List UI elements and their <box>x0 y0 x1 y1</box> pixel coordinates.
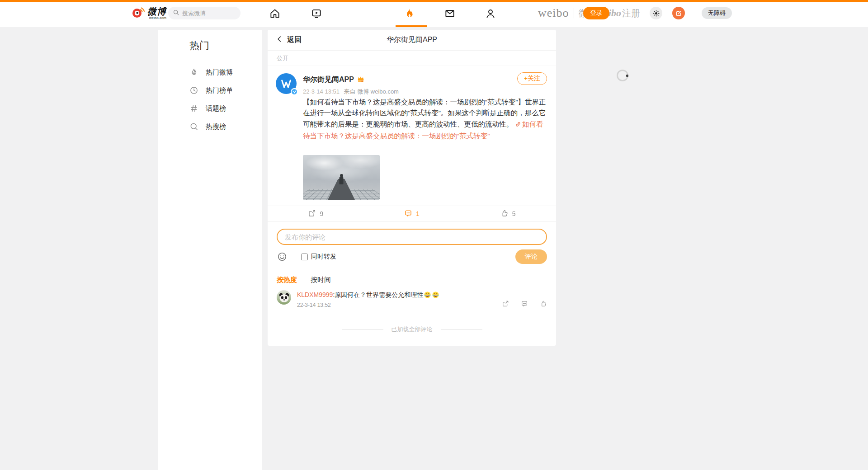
weibo-logotype: weibo <box>538 6 569 20</box>
post-meta: 22-3-14 13:51 来自 微博 weibo.com <box>303 88 399 96</box>
weibo-logo-text: 微博 weibo.com <box>147 7 166 20</box>
repost-icon <box>308 209 316 219</box>
sidebar-item-label: 热搜榜 <box>206 122 226 131</box>
laugh-emoji-icon <box>432 291 439 299</box>
sidebar-item-hot-weibo[interactable]: 热门微博 <box>189 63 262 81</box>
panda-avatar-art <box>277 290 291 305</box>
compose-icon <box>675 10 682 17</box>
sidebar-item-label: 热门榜单 <box>206 86 233 95</box>
sidebar-item-label: 话题榜 <box>206 104 226 113</box>
follow-button[interactable]: +关注 <box>517 72 547 85</box>
repost-also-checkbox[interactable] <box>301 254 308 260</box>
repost-also-option[interactable]: 同时转发 <box>301 253 336 261</box>
theme-toggle-button[interactable] <box>650 7 662 19</box>
login-button[interactable]: 登录 <box>583 7 609 19</box>
tab-sort-by-time[interactable]: 按时间 <box>311 276 331 284</box>
top-navbar: 微博 weibo.com weibo 微博 <box>0 0 868 27</box>
post-text: 【如何看待当下市场？这是高盛交易员的解读：一场剧烈的“范式转变”】世界正在进行一… <box>303 97 548 142</box>
commenter-username[interactable]: KLDXM9999 <box>297 290 333 299</box>
nav-hot-icon[interactable] <box>403 7 415 20</box>
divider <box>574 8 574 19</box>
back-chevron-icon <box>276 35 283 45</box>
post-image-thumbnail[interactable] <box>303 155 380 200</box>
repost-button[interactable]: 9 <box>268 206 364 221</box>
sidebar-title: 热门 <box>189 39 262 52</box>
comment-text: :原因何在？世界需要公允和理性 <box>333 290 423 299</box>
active-nav-indicator <box>396 25 427 27</box>
comment-count: 1 <box>416 210 420 217</box>
composer-row: 同时转发 评论 <box>277 249 547 264</box>
compose-button[interactable] <box>672 7 685 19</box>
flame-icon <box>189 68 198 77</box>
tab-sort-by-hot[interactable]: 按热度 <box>277 276 297 284</box>
search-rank-icon <box>189 122 198 131</box>
sidebar-item-label: 热门微博 <box>206 68 233 77</box>
link-icon <box>515 120 521 131</box>
loading-spinner <box>617 70 628 81</box>
sun-icon <box>652 9 660 17</box>
comment-actions <box>502 290 547 308</box>
weibo-page: 微博 weibo.com weibo 微博 <box>0 0 868 470</box>
back-button[interactable]: 返回 <box>276 35 302 45</box>
comment-timestamp: 22-3-14 13:52 <box>297 302 502 308</box>
end-note-text: 已加载全部评论 <box>392 325 433 334</box>
commenter-avatar[interactable] <box>277 290 291 305</box>
comment-like-icon[interactable] <box>540 300 547 307</box>
comment-input[interactable] <box>277 229 547 245</box>
post-body-text: 【如何看待当下市场？这是高盛交易员的解读：一场剧烈的“范式转变”】世界正在进行一… <box>303 98 546 128</box>
repost-also-label: 同时转发 <box>311 253 336 261</box>
search-icon <box>173 9 179 18</box>
verified-badge-icon <box>291 88 298 95</box>
nav-video-icon[interactable] <box>310 7 323 20</box>
like-button[interactable]: 5 <box>460 206 556 221</box>
register-link[interactable]: 注册 <box>622 7 640 19</box>
emoji-picker-button[interactable] <box>277 251 288 262</box>
back-label: 返回 <box>287 35 302 45</box>
thumbs-up-icon <box>500 209 509 219</box>
comment-repost-icon[interactable] <box>502 300 509 307</box>
top-orange-strip <box>0 0 868 2</box>
search-box[interactable] <box>168 7 241 19</box>
laugh-emoji-icon <box>424 291 431 299</box>
divider <box>441 329 482 330</box>
author-name[interactable]: 华尔街见闻APP <box>303 75 354 85</box>
comments-end-note: 已加载全部评论 <box>268 325 556 334</box>
nav-profile-icon[interactable] <box>484 7 497 20</box>
nav-home-icon[interactable] <box>269 7 281 20</box>
weibo-logo-cn: 微博 <box>147 7 166 16</box>
hot-sidebar: 热门 热门微博 热门榜单 话题榜 热搜榜 <box>158 30 262 470</box>
accessibility-button[interactable]: 无障碍 <box>702 7 732 19</box>
comment-item: KLDXM9999:原因何在？世界需要公允和理性 22-3-14 13:52 <box>277 290 547 308</box>
divider <box>342 329 383 330</box>
comment-icon <box>404 209 412 219</box>
post-source[interactable]: 来自 微博 weibo.com <box>344 88 399 95</box>
weibo-logo[interactable]: 微博 weibo.com <box>131 5 166 21</box>
search-input[interactable] <box>182 10 232 17</box>
nav-messages-icon[interactable] <box>443 7 456 20</box>
author-avatar[interactable] <box>276 73 297 94</box>
vip-crown-icon <box>357 75 365 85</box>
comment-sort-tabs: 按热度 按时间 <box>277 276 331 284</box>
sidebar-item-topic-rank[interactable]: 话题榜 <box>189 99 262 118</box>
author-line: 华尔街见闻APP <box>303 75 365 85</box>
weibo-logo-domain: weibo.com <box>149 16 166 20</box>
like-count: 5 <box>512 210 516 217</box>
wallstreet-w-logo <box>280 77 292 90</box>
sidebar-item-hot-search[interactable]: 热搜榜 <box>189 118 262 136</box>
submit-comment-button[interactable]: 评论 <box>515 249 547 264</box>
visibility-row: 公开 <box>268 51 556 66</box>
comment-button[interactable]: 1 <box>364 206 460 221</box>
image-figure <box>340 177 344 184</box>
hash-icon <box>189 104 198 113</box>
repost-count: 9 <box>320 210 323 217</box>
comment-reply-icon[interactable] <box>521 300 528 307</box>
clock-icon <box>189 86 198 95</box>
visibility-label: 公开 <box>277 54 288 62</box>
comment-body: KLDXM9999:原因何在？世界需要公允和理性 22-3-14 13:52 <box>297 290 502 308</box>
detail-header: 返回 华尔街见闻APP <box>268 30 556 51</box>
post-timestamp: 22-3-14 13:51 <box>303 88 340 95</box>
weibo-eye-icon <box>131 5 145 21</box>
sidebar-item-hot-rank[interactable]: 热门榜单 <box>189 81 262 99</box>
detail-title: 华尔街见闻APP <box>268 35 556 45</box>
post-detail-card: 返回 华尔街见闻APP 公开 华尔街见闻APP 22-3-14 13:51 来自… <box>268 30 556 346</box>
